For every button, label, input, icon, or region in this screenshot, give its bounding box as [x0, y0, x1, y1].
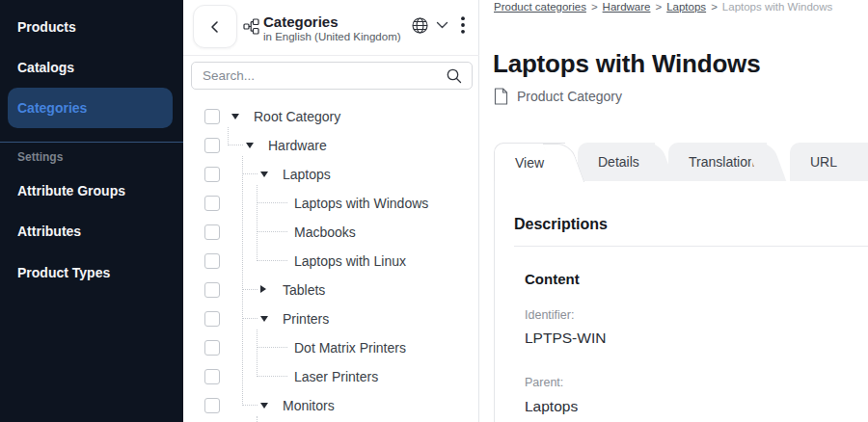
tree-node-label[interactable]: Hardware: [268, 138, 327, 153]
tab-label: URL: [810, 143, 837, 181]
tree-row-laptops-with-linux: Laptops with Linux: [183, 247, 479, 276]
section-divider: [514, 246, 868, 247]
tab-view[interactable]: View: [494, 143, 565, 181]
category-search: [191, 62, 473, 90]
tree-row-macbooks: Macbooks: [183, 218, 479, 247]
checkbox[interactable]: [204, 311, 220, 327]
sidebar-item-catalogs[interactable]: Catalogs: [17, 60, 74, 75]
breadcrumb-separator: >: [655, 1, 662, 13]
document-icon: [494, 88, 508, 105]
checkbox[interactable]: [204, 253, 220, 269]
checkbox[interactable]: [204, 196, 220, 211]
tab-label: View: [515, 144, 544, 182]
checkbox[interactable]: [204, 109, 220, 124]
tab-details[interactable]: Details: [578, 143, 655, 181]
panel-subtitle: in English (United Kingdom): [263, 31, 401, 42]
sidebar-item-products[interactable]: Products: [17, 19, 76, 35]
sidebar: Products Catalogs Categories Settings At…: [0, 0, 183, 422]
tree-node-label[interactable]: Root Category: [254, 109, 340, 124]
tree-row-printers: Printers: [183, 304, 479, 333]
tree-row-monitors: Monitors: [183, 391, 479, 420]
tree-row-laptops: Laptops: [183, 160, 479, 189]
tree-row-laptops-with-windows: Laptops with Windows: [183, 189, 479, 218]
category-tree-panel: Categories in English (United Kingdom): [183, 0, 479, 422]
tree-node-label[interactable]: Laptops: [283, 167, 331, 182]
kebab-menu-button[interactable]: [457, 14, 469, 36]
breadcrumb-link-product-categories[interactable]: Product categories: [494, 1, 586, 13]
tree-row-root-category: Root Category: [183, 102, 479, 131]
tree-row-hardware: Hardware: [183, 131, 479, 160]
checkbox[interactable]: [204, 224, 220, 240]
chevron-left-icon: [205, 17, 225, 37]
tree-row-laser-printers: Laser Printers: [183, 362, 479, 391]
sidebar-divider: [0, 142, 183, 143]
search-input[interactable]: [192, 63, 472, 89]
tab-url[interactable]: URL: [790, 143, 868, 181]
sidebar-item-product-types[interactable]: Product Types: [17, 265, 110, 280]
search-icon[interactable]: [446, 67, 463, 85]
collapse-toggle-icon[interactable]: [231, 114, 239, 119]
checkbox[interactable]: [204, 340, 220, 356]
checkbox[interactable]: [204, 282, 220, 298]
checkbox[interactable]: [204, 167, 220, 182]
field-label-identifier: Identifier:: [525, 308, 574, 322]
checkbox[interactable]: [204, 398, 220, 413]
tree-node-label[interactable]: Tablets: [283, 282, 325, 298]
collapse-toggle-icon[interactable]: [260, 403, 268, 409]
sidebar-item-attributes[interactable]: Attributes: [17, 224, 81, 239]
hierarchy-icon: [243, 18, 259, 35]
field-label-parent: Parent:: [525, 376, 563, 389]
back-button[interactable]: [193, 5, 237, 48]
tree-node-label[interactable]: Laptops with Linux: [294, 253, 406, 269]
sidebar-section-settings: Settings: [17, 150, 63, 164]
tree-node-label[interactable]: Laser Printers: [294, 369, 378, 384]
tab-label: Details: [598, 143, 639, 181]
field-value-parent: Laptops: [525, 398, 578, 415]
locale-switcher[interactable]: [411, 16, 448, 35]
entity-type-label: Product Category: [517, 89, 622, 104]
entity-type-row: Product Category: [494, 88, 622, 105]
breadcrumb-separator: >: [711, 1, 718, 13]
tree-node-label[interactable]: Printers: [283, 311, 329, 327]
app-window: Products Catalogs Categories Settings At…: [0, 0, 868, 422]
tree-row-tablets: Tablets: [183, 276, 479, 304]
tab-label: Translations: [689, 143, 762, 181]
panel-title: Categories: [263, 13, 339, 30]
sidebar-item-categories-label: Categories: [17, 100, 87, 116]
tab-translations[interactable]: Translations: [668, 143, 767, 181]
collapse-toggle-icon[interactable]: [260, 316, 268, 322]
category-tree: Root Category Hardware Laptops Laptops w…: [183, 102, 479, 422]
breadcrumb-link-laptops[interactable]: Laptops: [666, 1, 706, 13]
checkbox[interactable]: [204, 369, 220, 384]
tree-node-label[interactable]: Dot Matrix Printers: [294, 340, 406, 356]
breadcrumb-current: Laptops with Windows: [722, 1, 832, 13]
collapse-toggle-icon[interactable]: [260, 171, 268, 177]
tree-node-label[interactable]: Monitors: [283, 398, 335, 413]
tree-node-label[interactable]: Macbooks: [294, 224, 356, 240]
sidebar-item-attribute-groups[interactable]: Attribute Groups: [17, 183, 125, 198]
breadcrumb-link-hardware[interactable]: Hardware: [603, 1, 651, 13]
subsection-title-content: Content: [525, 271, 580, 287]
sidebar-item-categories[interactable]: Categories: [8, 88, 173, 128]
page-title: Laptops with Windows: [493, 49, 760, 79]
globe-icon: [411, 16, 429, 35]
kebab-icon: [461, 16, 465, 34]
breadcrumb: Product categories>Hardware>Laptops>Lapt…: [494, 1, 832, 13]
tree-node-label[interactable]: Laptops with Windows: [294, 196, 428, 211]
header-divider: [183, 55, 479, 56]
detail-content: Product categories>Hardware>Laptops>Lapt…: [479, 0, 868, 422]
expand-toggle-icon[interactable]: [260, 285, 266, 293]
field-value-identifier: LPTPS-WIN: [525, 330, 606, 347]
breadcrumb-separator: >: [591, 1, 598, 13]
chevron-down-icon: [436, 21, 448, 30]
collapse-toggle-icon[interactable]: [246, 143, 254, 148]
checkbox[interactable]: [204, 138, 220, 153]
tree-row-dot-matrix-printers: Dot Matrix Printers: [183, 333, 479, 362]
section-title-descriptions: Descriptions: [514, 216, 608, 233]
